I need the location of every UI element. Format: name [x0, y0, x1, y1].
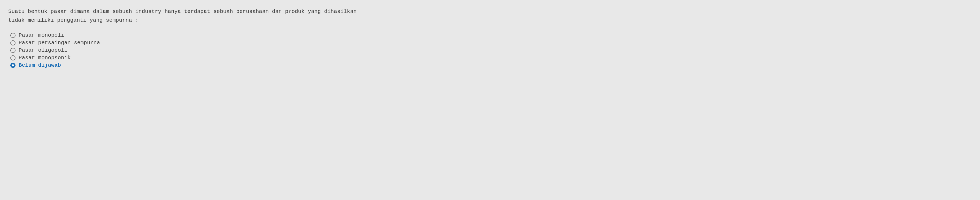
option-item-b[interactable]: Pasar persaingan sempurna	[10, 40, 972, 46]
option-label-a: Pasar monopoli	[19, 32, 64, 38]
question-line-1: Suatu bentuk pasar dimana dalam sebuah i…	[8, 8, 356, 14]
option-item-e[interactable]: Belum dijawab	[10, 62, 972, 68]
option-label-c: Pasar oligopoli	[19, 47, 67, 53]
option-label-b: Pasar persaingan sempurna	[19, 40, 100, 46]
option-item-a[interactable]: Pasar monopoli	[10, 32, 972, 38]
radio-d[interactable]	[10, 55, 16, 60]
option-label-d: Pasar monopsonik	[19, 55, 71, 61]
question-text: Suatu bentuk pasar dimana dalam sebuah i…	[8, 7, 972, 25]
option-item-c[interactable]: Pasar oligopoli	[10, 47, 972, 53]
radio-a[interactable]	[10, 33, 16, 38]
radio-b[interactable]	[10, 40, 16, 46]
question-line-2: tidak memiliki pengganti yang sempurna :	[8, 17, 138, 23]
option-label-e: Belum dijawab	[19, 62, 61, 68]
page-container: Suatu bentuk pasar dimana dalam sebuah i…	[0, 0, 980, 200]
options-list: Pasar monopoliPasar persaingan sempurnaP…	[10, 32, 972, 68]
radio-e[interactable]	[10, 63, 16, 68]
radio-c[interactable]	[10, 48, 16, 53]
option-item-d[interactable]: Pasar monopsonik	[10, 55, 972, 61]
